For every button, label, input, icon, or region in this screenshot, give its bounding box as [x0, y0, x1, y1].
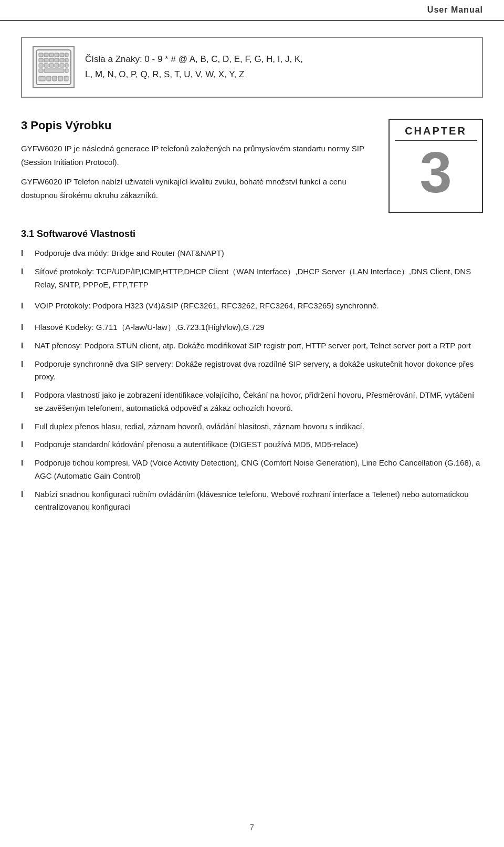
page-number: 7	[250, 822, 254, 831]
feature-item: lPodporuje tichou kompresi, VAD (Voice A…	[21, 457, 483, 483]
chapter-label: CHAPTER	[395, 125, 477, 141]
svg-rect-6	[65, 53, 68, 57]
feature-text: Podpora vlastností jako je zobrazení ide…	[35, 389, 483, 415]
feature-item: lHlasové Kodeky: G.711（A-law/U-law）,G.72…	[21, 321, 483, 334]
feature-bullet: l	[21, 420, 27, 433]
chars-section: Čísla a Znaky: 0 - 9 * # @ A, B, C, D, E…	[21, 37, 483, 98]
feature-text: NAT přenosy: Podpora STUN client, atp. D…	[35, 339, 471, 353]
svg-rect-3	[49, 53, 54, 57]
svg-rect-21	[65, 69, 68, 73]
svg-rect-25	[58, 76, 62, 81]
feature-text: Hlasové Kodeky: G.711（A-law/U-law）,G.723…	[35, 321, 265, 334]
svg-rect-13	[39, 64, 43, 67]
feature-text: Full duplex přenos hlasu, redial, záznam…	[35, 420, 364, 433]
chapter-box: CHAPTER 3	[388, 119, 483, 213]
svg-rect-8	[44, 58, 48, 62]
feature-text: Podporuje tichou kompresi, VAD (Voice Ac…	[35, 457, 483, 483]
svg-rect-12	[65, 58, 68, 62]
feature-item: lPodporuje synchronně dva SIP servery: D…	[21, 358, 483, 384]
feature-bullet: l	[21, 247, 27, 260]
svg-rect-20	[44, 69, 64, 73]
feature-item: lSíťové protokoly: TCP/UDP/IP,ICMP,HTTP,…	[21, 265, 483, 292]
product-desc1: GYFW6020 IP je následná generace IP tele…	[21, 142, 378, 169]
feature-text: Podporuje synchronně dva SIP servery: Do…	[35, 358, 483, 384]
feature-text: Nabízí snadnou konfiguraci ručním ovládá…	[35, 488, 483, 514]
feature-item: lNAT přenosy: Podpora STUN client, atp. …	[21, 339, 483, 353]
svg-rect-9	[49, 58, 54, 62]
feature-bullet: l	[21, 321, 27, 334]
feature-item: lNabízí snadnou konfiguraci ručním ovlád…	[21, 488, 483, 514]
feature-item: lPodpora vlastností jako je zobrazení id…	[21, 389, 483, 415]
feature-bullet: l	[21, 339, 27, 353]
feature-text: VOIP Protokoly: Podpora H323 (V4)&SIP (R…	[35, 299, 379, 313]
keyboard-icon	[33, 46, 75, 88]
svg-rect-17	[60, 64, 64, 67]
svg-rect-4	[55, 53, 59, 57]
features-section: 3.1 Softwarové Vlastnosti lPodporuje dva…	[21, 229, 483, 514]
svg-rect-14	[44, 64, 48, 67]
keyboard-svg	[35, 49, 72, 86]
feature-bullet: l	[21, 488, 27, 501]
feature-bullet: l	[21, 299, 27, 313]
svg-rect-18	[65, 64, 68, 67]
feature-text: Síťové protokoly: TCP/UDP/IP,ICMP,HTTP,D…	[35, 265, 483, 292]
feature-bullet: l	[21, 389, 27, 402]
header-title: User Manual	[427, 5, 483, 15]
chars-text-block: Čísla a Znaky: 0 - 9 * # @ A, B, C, D, E…	[85, 52, 303, 82]
svg-rect-7	[39, 58, 43, 62]
feature-bullet: l	[21, 438, 27, 451]
feature-text: Podporuje standardní kódování přenosu a …	[35, 438, 358, 451]
svg-rect-26	[64, 76, 68, 81]
svg-rect-1	[39, 53, 43, 57]
feature-bullet: l	[21, 457, 27, 470]
svg-rect-23	[47, 76, 51, 81]
feature-item: lPodporuje dva módy: Bridge and Router (…	[21, 247, 483, 260]
svg-rect-2	[44, 53, 48, 57]
page-container: User Manual	[0, 0, 504, 847]
svg-rect-24	[52, 76, 57, 81]
svg-rect-15	[49, 64, 54, 67]
svg-rect-5	[60, 53, 64, 57]
feature-item: lPodporuje standardní kódování přenosu a…	[21, 438, 483, 451]
features-title: 3.1 Softwarové Vlastnosti	[21, 229, 483, 240]
features-list: lPodporuje dva módy: Bridge and Router (…	[21, 247, 483, 514]
feature-bullet: l	[21, 265, 27, 278]
feature-bullet: l	[21, 358, 27, 371]
footer: 7	[0, 822, 504, 831]
feature-text: Podporuje dva módy: Bridge and Router (N…	[35, 247, 224, 260]
svg-rect-16	[55, 64, 59, 67]
header: User Manual	[0, 0, 504, 21]
product-section: 3 Popis Výrobku GYFW6020 IP je následná …	[21, 119, 483, 213]
svg-rect-22	[39, 76, 45, 81]
chars-line2: L, M, N, O, P, Q, R, S, T, U, V, W, X, Y…	[85, 67, 303, 82]
chars-line1: Čísla a Znaky: 0 - 9 * # @ A, B, C, D, E…	[85, 52, 303, 67]
svg-rect-11	[60, 58, 64, 62]
svg-rect-19	[39, 69, 43, 73]
feature-item: lFull duplex přenos hlasu, redial, zázna…	[21, 420, 483, 433]
svg-rect-10	[55, 58, 59, 62]
chapter-number: 3	[419, 143, 452, 201]
feature-item: lVOIP Protokoly: Podpora H323 (V4)&SIP (…	[21, 299, 483, 313]
product-desc2: GYFW6020 IP Telefon nabízí uživateli vyn…	[21, 175, 378, 202]
product-title: 3 Popis Výrobku	[21, 119, 378, 132]
product-content: 3 Popis Výrobku GYFW6020 IP je následná …	[21, 119, 378, 208]
